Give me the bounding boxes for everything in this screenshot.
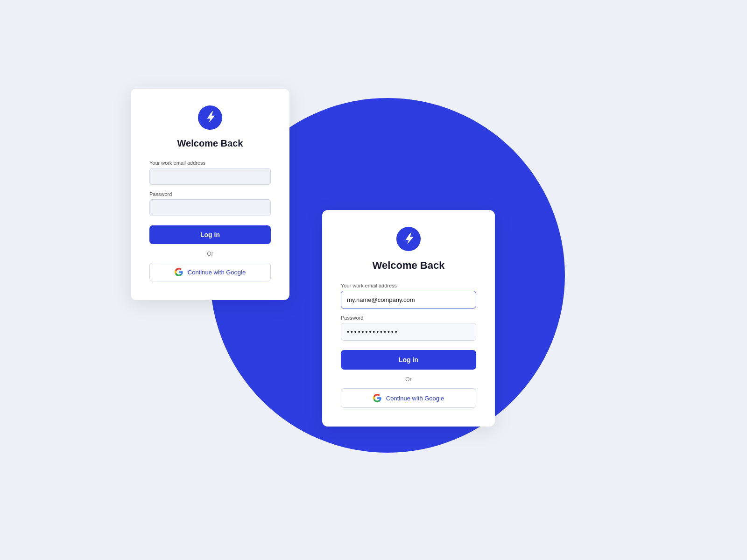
or-divider-front: Or [405,376,411,383]
or-divider-back: Or [207,251,213,257]
password-field-group-back: Password [149,191,271,216]
email-input-back[interactable] [149,168,271,185]
password-input-front[interactable] [341,323,476,341]
login-button-front[interactable]: Log in [341,350,476,370]
app-logo-back [198,105,222,130]
google-button-back[interactable]: Continue with Google [149,263,271,281]
google-button-back-label: Continue with Google [188,269,246,276]
login-button-back[interactable]: Log in [149,225,271,244]
email-label-back: Your work email address [149,160,271,166]
google-icon-back [175,268,183,276]
password-input-back[interactable] [149,199,271,216]
google-icon-front [373,394,381,402]
google-button-front[interactable]: Continue with Google [341,388,476,408]
password-label-back: Password [149,191,271,197]
email-label-front: Your work email address [341,283,476,288]
email-field-group-back: Your work email address [149,160,271,185]
email-input-front[interactable] [341,291,476,308]
password-label-front: Password [341,315,476,321]
email-field-group-front: Your work email address [341,283,476,308]
scene: Welcome Back Your work email address Pas… [117,70,630,490]
password-field-group-front: Password [341,315,476,341]
app-logo-front [396,227,421,251]
card-front-title: Welcome Back [373,259,445,272]
login-card-front: Welcome Back Your work email address Pas… [322,210,495,427]
google-button-front-label: Continue with Google [386,395,444,402]
login-card-back: Welcome Back Your work email address Pas… [131,89,289,300]
card-back-title: Welcome Back [177,138,243,149]
